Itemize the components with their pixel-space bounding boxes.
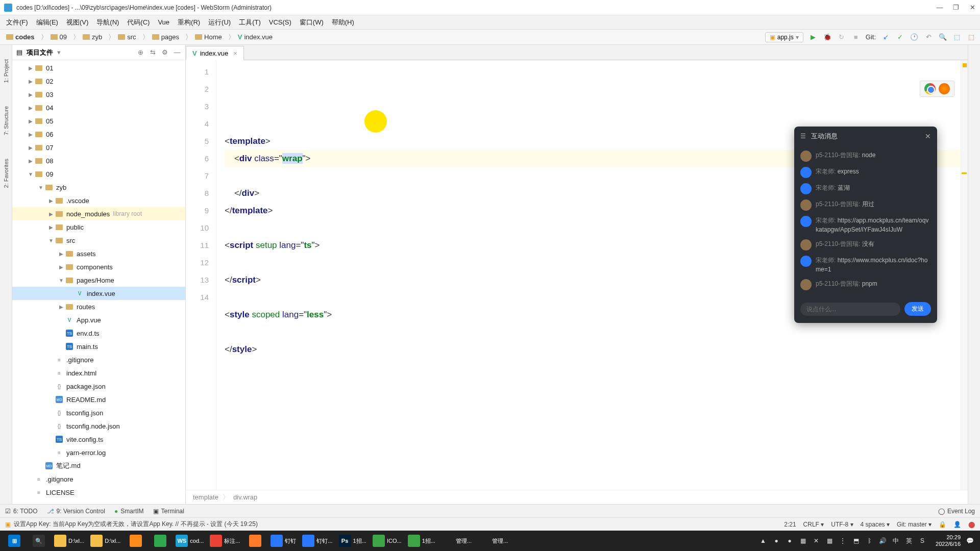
warning-marker[interactable] (963, 63, 967, 67)
menu-item[interactable]: 视图(V) (62, 18, 92, 27)
menu-item[interactable]: 文件(F) (2, 18, 32, 27)
readonly-icon[interactable]: 🔒 (939, 521, 946, 528)
warning-marker[interactable] (962, 172, 967, 174)
close-button[interactable]: ✕ (969, 4, 976, 11)
taskbar-app[interactable]: 管理... (438, 531, 475, 551)
tree-folder[interactable]: ▼src (12, 234, 185, 247)
ide-notification-icon[interactable]: ⬚ (967, 33, 976, 42)
git-update-icon[interactable]: ↙ (881, 33, 890, 42)
minimize-button[interactable]: — (936, 4, 943, 11)
tray-icon[interactable]: ⋮ (839, 537, 847, 545)
taskbar-app[interactable] (243, 531, 267, 551)
inspect-icon[interactable]: 👤 (953, 521, 961, 528)
tool-project[interactable]: 1: Project (2, 55, 10, 87)
tree-file[interactable]: TSmain.ts (12, 340, 185, 353)
tree-file[interactable]: MDREADME.md (12, 393, 185, 406)
taskbar-app[interactable]: ICO... (370, 531, 405, 551)
tray-icon[interactable]: ▦ (799, 537, 807, 545)
taskbar-app[interactable]: 管理... (475, 531, 511, 551)
menu-item[interactable]: 编辑(E) (32, 18, 62, 27)
tree-folder[interactable]: ▶components (12, 260, 185, 273)
tray-icon[interactable]: S (918, 537, 926, 545)
taskbar-app[interactable]: D:\xl... (51, 531, 87, 551)
menu-item[interactable]: VCS(S) (265, 18, 296, 26)
taskbar-app[interactable]: 标注... (207, 531, 243, 551)
menu-item[interactable]: 导航(N) (92, 18, 123, 27)
breadcrumb-item[interactable]: 〉Vindex.vue (225, 32, 275, 43)
system-clock[interactable]: 20:29 2022/6/16 (936, 534, 961, 547)
taskbar-app[interactable]: WScod... (173, 531, 207, 551)
vcs-tool[interactable]: ⎇9: Version Control (47, 508, 105, 515)
tree-folder[interactable]: ▶.vscode (12, 194, 185, 207)
line-sep[interactable]: CRLF ▾ (803, 521, 824, 528)
tray-icon[interactable]: 英 (905, 537, 913, 545)
tool-favorites[interactable]: 2: Favorites (2, 155, 10, 192)
menu-item[interactable]: 窗口(W) (296, 18, 328, 27)
run-config-selector[interactable]: ▣app.js▾ (765, 32, 803, 42)
tree-file[interactable]: ≡.gitignore (12, 472, 185, 486)
tray-icon[interactable]: 中 (892, 537, 900, 545)
debug-button[interactable]: 🐞 (823, 33, 832, 42)
tree-file[interactable]: {}package.json (12, 380, 185, 393)
tree-folder[interactable]: ▶01 (12, 61, 185, 74)
breadcrumb-item[interactable]: 〉src (105, 32, 138, 43)
terminal-tool[interactable]: ▣Terminal (153, 508, 184, 515)
chat-close-icon[interactable]: ✕ (925, 132, 931, 140)
tree-file[interactable]: {}tsconfig.json (12, 406, 185, 419)
element-path-item[interactable]: div.wrap (233, 493, 257, 501)
collapse-icon[interactable]: ⇆ (149, 48, 157, 57)
menu-item[interactable]: 重构(R) (174, 18, 204, 27)
git-branch[interactable]: Git: master ▾ (897, 521, 932, 528)
tree-folder[interactable]: ▶02 (12, 74, 185, 88)
stop-button[interactable]: ■ (851, 33, 861, 42)
tray-icon[interactable]: ▲ (759, 537, 767, 545)
close-tab-icon[interactable]: × (233, 49, 237, 57)
tree-folder[interactable]: ▶public (12, 220, 185, 234)
tree-folder[interactable]: ▼09 (12, 167, 185, 181)
firefox-icon[interactable] (939, 83, 950, 94)
tool-structure[interactable]: 7: Structure (2, 102, 10, 139)
tray-icon[interactable]: ᛒ (865, 537, 873, 545)
tree-folder[interactable]: ▶08 (12, 154, 185, 167)
taskbar-app[interactable]: D:\xl... (87, 531, 124, 551)
tree-folder[interactable]: ▶node_moduleslibrary root (12, 207, 185, 220)
chrome-icon[interactable] (924, 83, 936, 94)
tree-file[interactable]: ≡index.html (12, 366, 185, 380)
tree-folder[interactable]: ▶07 (12, 141, 185, 154)
tree-file[interactable]: MD笔记.md (12, 459, 185, 472)
tree-folder[interactable]: ▼zyb (12, 181, 185, 194)
element-path-item[interactable]: template (193, 493, 218, 501)
indent[interactable]: 4 spaces ▾ (861, 521, 890, 528)
tray-icon[interactable]: ⬒ (852, 537, 860, 545)
project-tree[interactable]: ▶01▶02▶03▶04▶05▶06▶07▶08▼09▼zyb▶.vscode▶… (12, 60, 185, 504)
chat-input[interactable] (800, 303, 900, 316)
taskbar-app[interactable]: 🔍 (27, 531, 51, 551)
git-commit-icon[interactable]: ✓ (895, 33, 904, 42)
tray-icon[interactable]: ▦ (825, 537, 834, 545)
breadcrumb-item[interactable]: 〉Home (182, 32, 224, 43)
menu-item[interactable]: 帮助(H) (328, 18, 358, 27)
breadcrumb-item[interactable]: 〉zyb (70, 32, 104, 43)
taskbar-app[interactable]: 钉钉 (267, 531, 299, 551)
todo-tool[interactable]: ☑6: TODO (5, 508, 38, 515)
tree-file[interactable]: TSvite.config.ts (12, 433, 185, 446)
tree-file[interactable]: ≡LICENSE (12, 486, 185, 499)
error-icon[interactable]: ⬤ (968, 521, 975, 528)
locate-icon[interactable]: ⊕ (136, 48, 144, 57)
tree-folder[interactable]: ▶04 (12, 101, 185, 114)
notification-icon[interactable]: 💬 (966, 537, 974, 545)
tab-index-vue[interactable]: V index.vue × (186, 46, 244, 60)
breadcrumb-item[interactable]: codes (4, 32, 37, 42)
menu-item[interactable]: 运行(U) (204, 18, 235, 27)
tray-icon[interactable]: ● (786, 537, 794, 545)
settings-icon[interactable]: ⚙ (161, 48, 169, 57)
run-button[interactable]: ▶ (808, 33, 818, 42)
tree-file[interactable]: TSenv.d.ts (12, 327, 185, 340)
taskbar-app[interactable] (148, 531, 173, 551)
git-rollback-icon[interactable]: ↶ (924, 33, 933, 42)
taskbar-app[interactable]: 1招... (405, 531, 438, 551)
eventlog-tool[interactable]: ◯Event Log (938, 508, 975, 515)
taskbar-app[interactable]: ⊞ (2, 531, 27, 551)
breadcrumb-item[interactable]: 〉pages (139, 32, 181, 43)
tree-folder[interactable]: ▶routes (12, 300, 185, 313)
